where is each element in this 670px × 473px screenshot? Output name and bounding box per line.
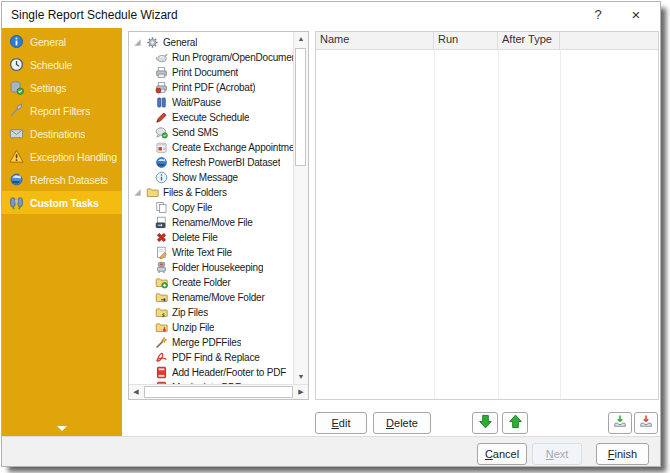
tree-item-label: Wait/Pause [172, 97, 221, 108]
run-program-icon [155, 51, 168, 64]
tree-item-rename-move-folder[interactable]: Rename/Move Folder [129, 290, 293, 305]
zip-files-icon [155, 306, 168, 319]
tree-group-files-folders[interactable]: Files & Folders [129, 185, 293, 200]
close-button[interactable]: × [626, 5, 646, 25]
sidebar-item-label: Custom Tasks [30, 197, 99, 209]
tree-item-create-exchange-appointment[interactable]: Create Exchange Appointment [129, 140, 293, 155]
tree-item-refresh-powerbi-dataset[interactable]: Refresh PowerBI Dataset [129, 155, 293, 170]
scroll-up-icon[interactable]: ▲ [294, 32, 308, 46]
table-grid-line [560, 49, 561, 399]
tree-item-label: Create Folder [172, 277, 231, 288]
column-header-run[interactable]: Run [434, 32, 498, 49]
scroll-left-icon[interactable]: ◀ [129, 385, 143, 399]
tree-item-label: Unzip File [172, 322, 214, 333]
column-header-name[interactable]: Name [316, 32, 434, 49]
tree-group-general[interactable]: General [129, 35, 293, 50]
next-button[interactable]: Next [532, 443, 582, 465]
sidebar-item-destinations[interactable]: Destinations [2, 122, 122, 145]
sidebar-item-settings[interactable]: Settings [2, 76, 122, 99]
expander-icon[interactable] [133, 38, 142, 47]
tree-item-execute-schedule[interactable]: Execute Schedule [129, 110, 293, 125]
send-sms-icon [155, 126, 168, 139]
finish-button[interactable]: Finish [596, 443, 649, 465]
add-header-footer-icon [155, 366, 168, 379]
tree-item-show-message[interactable]: Show Message [129, 170, 293, 185]
sidebar-item-label: General [30, 36, 66, 48]
pdf-find-replace-icon [155, 351, 168, 364]
show-message-icon [155, 171, 168, 184]
expander-icon[interactable] [133, 188, 142, 197]
tree-horizontal-scrollbar[interactable]: ◀ ▶ [129, 384, 308, 399]
tree-item-create-folder[interactable]: Create Folder [129, 275, 293, 290]
tree-item-print-pdf-acrobat[interactable]: Print PDF (Acrobat) [129, 80, 293, 95]
custom-tasks-icon [9, 195, 24, 210]
tree-item-label: Create Exchange Appointment [172, 142, 293, 153]
window-title: Single Report Schedule Wizard [11, 8, 178, 22]
horizontal-scroll-thumb[interactable] [144, 386, 293, 398]
copy-file-icon [155, 201, 168, 214]
unzip-file-icon [155, 321, 168, 334]
tree-item-print-document[interactable]: Print Document [129, 65, 293, 80]
sidebar-item-refresh-datasets[interactable]: Refresh Datasets [2, 168, 122, 191]
vertical-scroll-thumb[interactable] [295, 48, 306, 166]
edit-button[interactable]: Edit [315, 412, 367, 434]
scroll-down-icon[interactable]: ▼ [294, 370, 308, 384]
gear-icon [146, 36, 159, 49]
column-header-after-type[interactable]: After Type [498, 32, 560, 49]
table-grid-line [434, 49, 435, 399]
tree-item-label: Copy File [172, 202, 212, 213]
sidebar-item-custom-tasks[interactable]: Custom Tasks [2, 191, 122, 214]
rename-file-icon [155, 216, 168, 229]
move-down-button[interactable] [472, 412, 498, 434]
tree-item-label: Print PDF (Acrobat) [172, 82, 255, 93]
sidebar-item-general[interactable]: General [2, 30, 122, 53]
tree-item-label: Execute Schedule [172, 112, 249, 123]
sidebar-item-label: Settings [30, 82, 66, 94]
cancel-button[interactable]: Cancel [477, 443, 527, 465]
sidebar-item-exception-handling[interactable]: Exception Handling [2, 145, 122, 168]
tree-item-label: Write Text File [172, 247, 232, 258]
green-arrow-down-icon [478, 414, 493, 433]
tree-item-rename-move-file[interactable]: Rename/Move File [129, 215, 293, 230]
tree-item-run-program-opendocument[interactable]: Run Program/OpenDocument [129, 50, 293, 65]
sidebar-more-chevron-icon[interactable] [57, 426, 67, 431]
scroll-right-icon[interactable]: ▶ [294, 385, 308, 399]
tree-item-send-sms[interactable]: Send SMS [129, 125, 293, 140]
export-tasks-icon [639, 414, 653, 432]
tree-item-wait-pause[interactable]: Wait/Pause [129, 95, 293, 110]
tree-item-label: Rename/Move File [172, 217, 253, 228]
tree-item-label: Add Header/Footer to PDF [172, 367, 286, 378]
tree-item-label: Run Program/OpenDocument [172, 52, 293, 63]
import-tasks-button[interactable] [608, 412, 632, 434]
tree-item-add-header-footer-to-pdf[interactable]: Add Header/Footer to PDF [129, 365, 293, 380]
rename-folder-icon [155, 291, 168, 304]
tree-item-copy-file[interactable]: Copy File [129, 200, 293, 215]
tree-item-label: Folder Housekeeping [172, 262, 263, 273]
table-grid-line [498, 49, 499, 399]
task-tree-panel: GeneralRun Program/OpenDocumentPrint Doc… [128, 31, 309, 400]
sidebar-item-schedule[interactable]: Schedule [2, 53, 122, 76]
tree-item-folder-housekeeping[interactable]: Folder Housekeeping [129, 260, 293, 275]
sidebar-item-report-filters[interactable]: Report Filters [2, 99, 122, 122]
wait-pause-icon [155, 96, 168, 109]
title-bar: Single Report Schedule Wizard ? × [2, 2, 660, 28]
tree-item-unzip-file[interactable]: Unzip File [129, 320, 293, 335]
green-arrow-up-icon [508, 414, 523, 433]
tree-item-delete-file[interactable]: Delete File [129, 230, 293, 245]
import-tasks-icon [613, 414, 627, 432]
info-icon [9, 34, 24, 49]
execute-schedule-icon [155, 111, 168, 124]
tree-item-zip-files[interactable]: Zip Files [129, 305, 293, 320]
help-button[interactable]: ? [588, 5, 608, 25]
tree-item-pdf-find-replace[interactable]: PDF Find & Replace [129, 350, 293, 365]
sidebar-item-label: Exception Handling [30, 151, 117, 163]
move-up-button[interactable] [502, 412, 528, 434]
tree-item-label: Delete File [172, 232, 218, 243]
tree-item-write-text-file[interactable]: Write Text File [129, 245, 293, 260]
tree-vertical-scrollbar[interactable]: ▲ ▼ [293, 32, 308, 384]
tree-group-label: Files & Folders [163, 187, 227, 198]
tree-item-merge-pdffiles[interactable]: Merge PDFFiles [129, 335, 293, 350]
column-header-blank[interactable] [560, 32, 658, 49]
export-tasks-button[interactable] [634, 412, 658, 434]
delete-button[interactable]: Delete [373, 412, 431, 434]
